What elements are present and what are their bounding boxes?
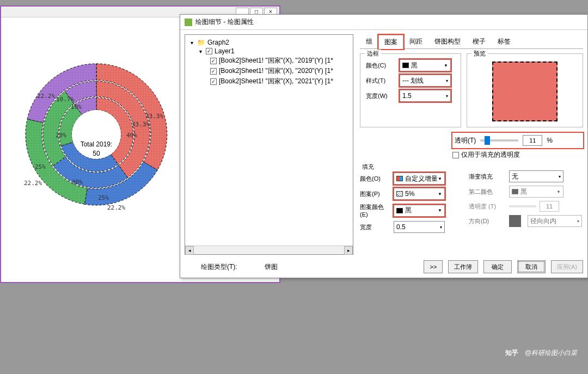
expand-button[interactable]: >> [424, 260, 443, 273]
plot-details-dialog: 绘图细节 - 绘图属性 ▾ 📁 Graph2 ▾ ✓ Layer1 ✓ [Boo… [180, 14, 588, 278]
tree-plot-item[interactable]: ✓ [Book2]Sheet1! "国家"(X), "2019"(Y) [1* [188, 56, 350, 66]
chevron-down-icon[interactable]: ▾ [188, 39, 195, 46]
pct-label: 40% [126, 132, 137, 139]
border-width-label: 宽度(W) [366, 92, 396, 100]
tab-group[interactable]: 组 [360, 34, 378, 48]
percent-label: % [547, 137, 553, 144]
border-fieldset: 边框 颜色(C) 黑▼ 样式(T) --- 划线▾ 宽度(W) 1.5▾ [360, 53, 461, 127]
preview-fieldset: 预览 [467, 53, 583, 127]
preview-swatch [492, 62, 558, 121]
fill-width-combo[interactable]: 0.5▾ [394, 221, 445, 233]
border-style-label: 样式(T) [366, 77, 396, 85]
pct-label: 33.3% [145, 113, 163, 120]
tree-plot-item[interactable]: ✓ [Book2]Sheet1! "国家"(X), "2021"(Y) [1* [188, 76, 350, 87]
gradient-mode-combo[interactable]: 无▾ [509, 170, 564, 182]
nested-donut-chart [12, 50, 181, 219]
checkbox-icon[interactable]: ✓ [210, 68, 217, 75]
dialog-icon [185, 19, 192, 26]
fill-only-label: 仅用于填充的透明度 [461, 150, 520, 160]
tab-spacing[interactable]: 间距 [403, 34, 428, 48]
pct-label: 10% [71, 103, 82, 111]
tree-layer[interactable]: ▾ ✓ Layer1 [188, 47, 350, 56]
fill-pattern-color-combo[interactable]: 黑▼ [394, 205, 445, 217]
transparency-input[interactable] [523, 135, 542, 146]
second-color-combo[interactable]: 黑▼ [509, 186, 564, 198]
pct-label: 25% [35, 163, 46, 170]
center-line1: Total 2019: [50, 140, 143, 149]
fill-only-checkbox[interactable] [452, 152, 459, 158]
gradient-column: 渐变填充 无▾ 第二颜色 黑▼ 透明度 (T) 方向(D) [469, 163, 583, 240]
checkbox-icon[interactable]: ✓ [210, 58, 217, 64]
cancel-button[interactable]: 取消 [517, 260, 546, 273]
layer-tree-panel: ▾ 📁 Graph2 ▾ ✓ Layer1 ✓ [Book2]Sheet1! "… [185, 34, 353, 255]
folder-icon: 📁 [197, 39, 205, 46]
fill-pattern-combo[interactable]: 5%▼ [394, 188, 445, 200]
border-width-combo[interactable]: 1.5▾ [400, 90, 451, 102]
scroll-right-icon[interactable]: ▸ [344, 246, 353, 255]
tab-wedge[interactable]: 楔子 [467, 34, 492, 48]
direction-chip [509, 215, 521, 227]
pct-label: 20% [56, 132, 66, 139]
tab-pattern[interactable]: 图案 [378, 35, 403, 49]
chart-center-label: Total 2019: 50 [50, 140, 143, 158]
pct-label: 30% [72, 179, 83, 186]
watermark-text: @科研绘图小白菜 [525, 348, 577, 358]
fill-fieldset: 填充 颜色(O) 自定义增量▼ 图案(P) 5%▼ 图案颜色(E) 黑▼ 宽度 [360, 167, 461, 240]
tree-root[interactable]: ▾ 📁 Graph2 [188, 38, 350, 47]
scroll-left-icon[interactable]: ◂ [185, 246, 194, 255]
apply-button[interactable]: 应用(A) [551, 260, 583, 273]
transparency-label: 透明(T) [455, 136, 476, 145]
checkbox-icon[interactable]: ✓ [210, 78, 217, 85]
pct-label: 22.2% [24, 180, 42, 187]
gradient-transparency-input[interactable] [540, 201, 559, 212]
direction-combo[interactable]: 径向向内▾ [528, 215, 582, 227]
dialog-title: 绘图细节 - 绘图属性 [195, 17, 254, 27]
tab-pie-geometry[interactable]: 饼图构型 [428, 34, 467, 48]
chevron-down-icon[interactable]: ▾ [197, 48, 204, 54]
tab-bar: 组 图案 间距 饼图构型 楔子 标签 [360, 34, 583, 49]
tree-plot-item[interactable]: ✓ [Book2]Sheet1! "国家"(X), "2020"(Y) [1* [188, 66, 350, 76]
pct-label: 22.2% [107, 204, 125, 211]
properties-panel: 组 图案 间距 饼图构型 楔子 标签 边框 颜色(C) 黑▼ 样式(T) ---… [353, 30, 587, 255]
zhihu-logo: 知乎 [505, 348, 518, 358]
watermark: 知乎 @科研绘图小白菜 [505, 348, 577, 358]
border-color-label: 颜色(C) [366, 62, 396, 70]
transparency-row: 透明(T) % [452, 133, 583, 148]
plot-type-value: 饼图 [265, 262, 278, 272]
border-style-combo[interactable]: --- 划线▾ [400, 75, 451, 87]
dialog-titlebar[interactable]: 绘图细节 - 绘图属性 [180, 15, 587, 30]
tree-hscrollbar[interactable]: ◂ ▸ [185, 246, 353, 254]
pct-label: 22.2% [37, 93, 55, 100]
fill-color-combo[interactable]: 自定义增量▼ [394, 173, 445, 185]
pct-label: 25% [98, 194, 109, 201]
dialog-footer: 绘图类型(T): 饼图 >> 工作簿 确定 取消 应用(A) [185, 260, 583, 273]
gradient-transparency-slider[interactable] [509, 205, 536, 207]
workbook-button[interactable]: 工作簿 [448, 260, 478, 273]
tab-label[interactable]: 标签 [492, 34, 517, 48]
center-line2: 50 [50, 149, 143, 158]
transparency-slider[interactable] [480, 139, 518, 142]
pct-label: 33.3% [132, 121, 150, 128]
pct-label: 10.7% [56, 96, 74, 103]
border-color-combo[interactable]: 黑▼ [400, 59, 451, 71]
ok-button[interactable]: 确定 [483, 260, 512, 273]
checkbox-icon[interactable]: ✓ [206, 48, 212, 54]
plot-type-label: 绘图类型(T): [201, 262, 237, 272]
